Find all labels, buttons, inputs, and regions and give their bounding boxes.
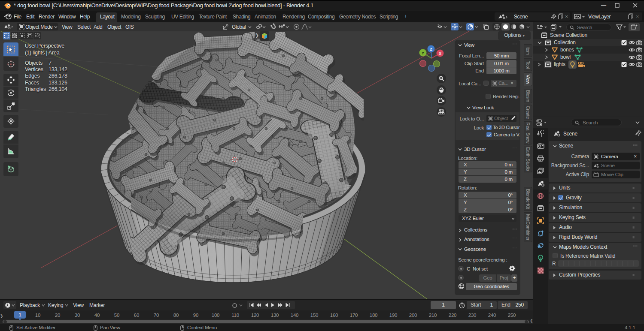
svg-text:X: X xyxy=(439,51,441,56)
svg-text:Y: Y xyxy=(422,51,424,55)
svg-text:Z: Z xyxy=(430,47,432,51)
